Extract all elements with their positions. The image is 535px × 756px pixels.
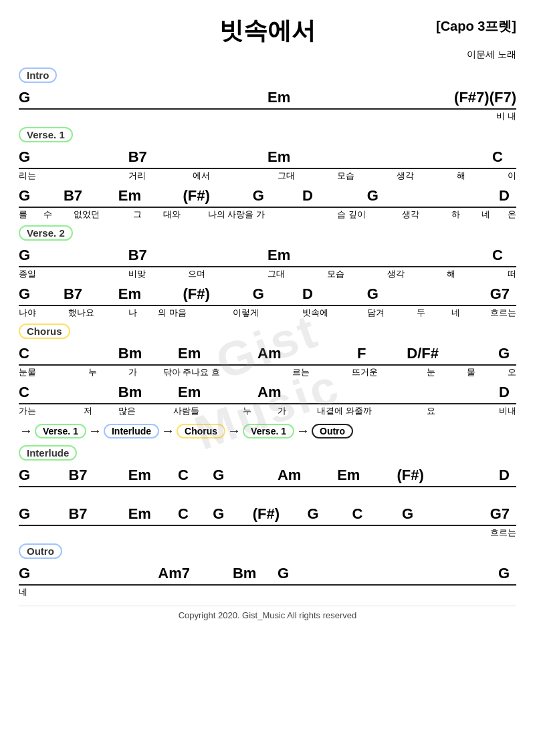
chord-ilFsh2: (F#) xyxy=(253,505,280,523)
chord-G4: G xyxy=(367,187,379,205)
chord-chAm1: Am xyxy=(257,345,281,362)
lyric-binae: 비 내 xyxy=(496,110,516,122)
lyric-v2l7: 담겨 xyxy=(367,307,385,319)
verse1-line2: G B7 Em (F#) G D G D 를 수 없었던 그 대와 나의 사랑을… xyxy=(19,182,516,221)
chord-ilC3: C xyxy=(352,505,362,523)
chorus-line2: C Bm Em Am D 가는 저 많은 사람들 누 가 내곁에 와줄까 요 비… xyxy=(19,379,516,418)
title-row: 빗속에서 [Capo 3프렛] xyxy=(19,12,516,47)
chord-ilG5: G xyxy=(308,505,319,523)
chord-v2G4: G xyxy=(367,285,379,303)
chord-B72: B7 xyxy=(64,187,82,205)
verse2-line1: G B7 Em C 종일 비맞 으며 그대 모습 생각 해 떠 xyxy=(19,242,516,281)
lyric-ch2-9: 비내 xyxy=(499,405,516,417)
chorus-lyrics2: 가는 저 많은 사람들 누 가 내곁에 와줄까 요 비내 xyxy=(19,404,516,418)
chord-D3: D xyxy=(499,187,510,205)
lyric-ch2-7: 내곁에 와줄까 xyxy=(317,405,372,417)
lyric-ch6: 뜨거운 xyxy=(352,366,378,378)
lyric7: 해 xyxy=(457,170,465,182)
chord-F7: (F#7)(F7) xyxy=(454,89,516,106)
chorus-label: Chorus xyxy=(19,324,70,339)
lyric-ch2-2: 저 xyxy=(84,405,92,417)
chord-G1: G xyxy=(19,148,30,166)
nav-chorus: Chorus xyxy=(177,424,225,438)
lyric-ch9: 오 xyxy=(508,366,516,378)
lyric-ch8: 물 xyxy=(467,366,475,378)
lyric-v2l6: 빗속에 xyxy=(302,307,328,319)
lyric-r3: 없었던 xyxy=(74,209,100,221)
lyric-ch2-5: 누 xyxy=(243,405,251,417)
lyric-ch3: 가 xyxy=(128,366,137,378)
chord-ilG1: G xyxy=(19,467,30,484)
chorus-lyrics1: 눈물 누 가 닦아 주나요 흐 르는 뜨거운 눈 물 오 xyxy=(19,366,516,379)
artist-row: 이문세 노래 xyxy=(19,49,516,61)
verse2-lyrics1: 종일 비맞 으며 그대 모습 생각 해 떠 xyxy=(19,267,516,281)
lyric-r2: 수 xyxy=(43,209,52,221)
page: Gist Music 빗속에서 [Capo 3프렛] 이문세 노래 Intro … xyxy=(0,0,535,756)
chord-v2G1: G xyxy=(19,247,30,264)
nav-verse2: Verse. 1 xyxy=(243,424,294,438)
lyric-v2l2: 했나요 xyxy=(68,307,94,319)
verse1-lyrics2: 를 수 없었던 그 대와 나의 사랑을 가 슴 깊이 생각 하 네 온 xyxy=(19,208,516,221)
intro-label: Intro xyxy=(19,68,57,83)
lyric-v2l3: 나 xyxy=(128,307,137,319)
chord-ilEm2: Em xyxy=(337,467,360,484)
arrow5: → xyxy=(296,423,310,438)
lyric-r10: 네 xyxy=(481,209,490,221)
lyric-v2l4: 의 마음 xyxy=(158,307,187,319)
chorus-chords2: C Bm Em Am D xyxy=(19,379,516,404)
lyric-ch4: 닦아 주나요 흐 xyxy=(163,366,220,378)
arrow4: → xyxy=(227,423,241,438)
outro-line1: G Am7 Bm G G 네 xyxy=(19,560,516,599)
lyric1: 리는 xyxy=(19,170,36,182)
lyric-ch2-1: 가는 xyxy=(19,405,36,417)
lyric-v2l1: 나야 xyxy=(19,307,36,319)
verse1-chords1: G B7 Em C xyxy=(19,144,516,169)
verse2-label: Verse. 2 xyxy=(19,225,73,241)
lyric3: 에서 xyxy=(193,170,210,182)
verse1-line1: G B7 Em C 리는 거리 에서 그대 모습 생각 해 이 xyxy=(19,144,516,182)
lyric-v2l10: 흐르는 xyxy=(490,307,516,319)
chord-chF1: F xyxy=(357,345,366,362)
interlude-line1: G B7 Em C G Am Em (F#) D xyxy=(19,462,516,501)
chord-ilG2: G xyxy=(213,467,224,484)
lyric-ch7: 눈 xyxy=(427,366,435,378)
chord-Em: Em xyxy=(268,89,290,106)
chord-ilB71: B7 xyxy=(68,467,87,484)
lyric-r1: 를 xyxy=(19,209,27,221)
chord-ilC1: C xyxy=(178,467,189,484)
lyric-v2l5: 이렇게 xyxy=(233,307,259,319)
chord-ilC2: C xyxy=(178,505,189,523)
lyric-r5: 대와 xyxy=(163,209,181,221)
chord-G2: G xyxy=(19,187,30,205)
intro-chords: G Em (F#7)(F7) xyxy=(19,84,516,110)
lyric-r6: 나의 사랑을 가 xyxy=(208,209,265,221)
chord-Em1: Em xyxy=(268,148,290,166)
lyric4: 그대 xyxy=(278,170,295,182)
verse2-line2: G B7 Em (F#) G D G G7 나야 했나요 나 의 마음 이렇게 … xyxy=(19,281,516,320)
verse2-chords1: G B7 Em C xyxy=(19,242,516,267)
lyric-out1: 네 xyxy=(19,586,27,598)
outro-chords1: G Am7 Bm G G xyxy=(19,560,516,586)
chord-v2C1: C xyxy=(492,247,503,264)
arrow3: → xyxy=(161,423,175,438)
intro-lyrics: 비 내 xyxy=(19,110,516,123)
lyric-r11: 온 xyxy=(508,209,516,221)
chord-chAm2: Am xyxy=(257,384,281,401)
lyric-v2-8: 떠 xyxy=(508,268,516,280)
arrow1: → xyxy=(19,423,33,438)
lyric-il-right: 흐르는 xyxy=(490,527,516,539)
intro-section: Intro G Em (F#7)(F7) 비 내 xyxy=(19,65,516,123)
chord-D2: D xyxy=(302,187,313,205)
chord-ilFsh1: (F#) xyxy=(397,467,423,484)
chord-ilAm1: Am xyxy=(278,467,301,484)
lyric-v2-5: 모습 xyxy=(327,268,344,280)
chord-outG3: G xyxy=(498,565,510,582)
chord-outG1: G xyxy=(19,565,30,582)
lyric-v2-3: 으며 xyxy=(188,268,205,280)
chord-v2Em2: Em xyxy=(118,285,141,303)
chorus-section: Chorus C Bm Em Am F D/F# G 눈물 누 가 닦아 주나요… xyxy=(19,321,516,418)
chord-chC1: C xyxy=(19,345,29,362)
lyric-r8: 생각 xyxy=(402,209,419,221)
chord-ilD1: D xyxy=(499,467,510,484)
chord-v2Fsharp: (F#) xyxy=(183,285,210,303)
